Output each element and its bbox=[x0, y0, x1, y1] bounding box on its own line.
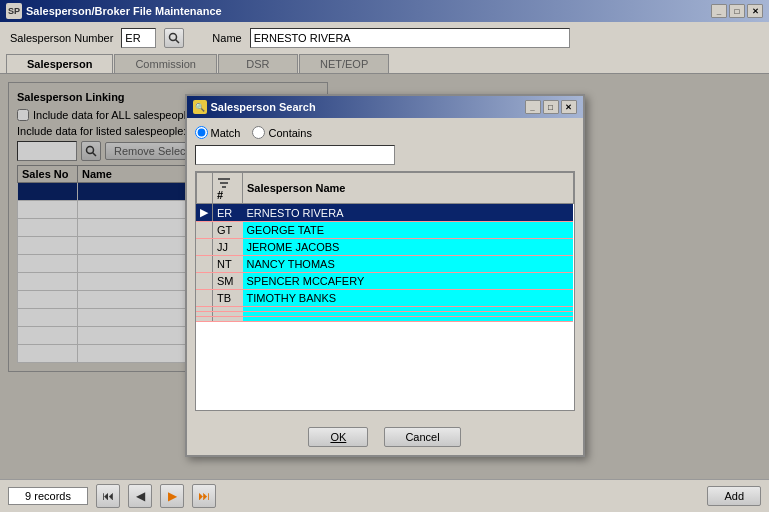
tab-neteop[interactable]: NET/EOP bbox=[299, 54, 389, 73]
row-indicator bbox=[196, 222, 213, 239]
row-name: JEROME JACOBS bbox=[243, 239, 574, 256]
row-indicator bbox=[196, 273, 213, 290]
row-id bbox=[213, 317, 243, 322]
row-name: SPENCER MCCAFERY bbox=[243, 273, 574, 290]
title-bar: SP Salesperson/Broker File Maintenance _… bbox=[0, 0, 769, 22]
row-id: ER bbox=[213, 204, 243, 222]
minimize-button[interactable]: _ bbox=[711, 4, 727, 18]
col-salesperson-name: Salesperson Name bbox=[243, 173, 574, 204]
results-table: # Salesperson Name ▶ERERNESTO RIVERAGTGE… bbox=[196, 172, 574, 322]
app-icon: SP bbox=[6, 3, 22, 19]
col-indicator bbox=[196, 173, 213, 204]
next-record-button[interactable]: ▶ bbox=[160, 484, 184, 508]
tabs-container: Salesperson Commission DSR NET/EOP bbox=[0, 54, 769, 74]
tab-dsr[interactable]: DSR bbox=[218, 54, 298, 73]
row-name: TIMOTHY BANKS bbox=[243, 290, 574, 307]
tab-salesperson[interactable]: Salesperson bbox=[6, 54, 113, 73]
contains-label: Contains bbox=[268, 127, 311, 139]
dialog-maximize-button[interactable]: □ bbox=[543, 100, 559, 114]
svg-rect-4 bbox=[218, 178, 230, 180]
records-count: 9 records bbox=[8, 487, 88, 505]
content-area: Salesperson Linking Include data for ALL… bbox=[0, 74, 769, 479]
dialog-title-bar: 🔍 Salesperson Search _ □ ✕ bbox=[187, 96, 583, 118]
name-label: Name bbox=[212, 32, 241, 44]
close-button[interactable]: ✕ bbox=[747, 4, 763, 18]
radio-row: Match Contains bbox=[195, 126, 575, 139]
dialog-buttons: OK Cancel bbox=[187, 419, 583, 455]
header-area: Salesperson Number Name bbox=[0, 22, 769, 54]
ok-button[interactable]: OK bbox=[308, 427, 368, 447]
svg-point-0 bbox=[170, 34, 177, 41]
match-radio-label[interactable]: Match bbox=[195, 126, 241, 139]
dialog-search-input[interactable] bbox=[195, 145, 395, 165]
row-id: NT bbox=[213, 256, 243, 273]
bottom-bar: 9 records ⏮ ◀ ▶ ⏭ Add bbox=[0, 479, 769, 512]
match-radio[interactable] bbox=[195, 126, 208, 139]
row-indicator bbox=[196, 290, 213, 307]
app-title: Salesperson/Broker File Maintenance bbox=[26, 5, 222, 17]
svg-rect-6 bbox=[222, 186, 226, 188]
search-result-row[interactable]: SMSPENCER MCCAFERY bbox=[196, 273, 573, 290]
match-label: Match bbox=[211, 127, 241, 139]
cancel-button[interactable]: Cancel bbox=[384, 427, 460, 447]
dialog-controls: _ □ ✕ bbox=[525, 100, 577, 114]
search-result-row[interactable] bbox=[196, 317, 573, 322]
add-button[interactable]: Add bbox=[707, 486, 761, 506]
row-indicator bbox=[196, 239, 213, 256]
dialog-close-button[interactable]: ✕ bbox=[561, 100, 577, 114]
dialog-minimize-button[interactable]: _ bbox=[525, 100, 541, 114]
prev-record-button[interactable]: ◀ bbox=[128, 484, 152, 508]
search-icon bbox=[168, 32, 180, 44]
name-input[interactable] bbox=[250, 28, 570, 48]
row-id: SM bbox=[213, 273, 243, 290]
row-id: TB bbox=[213, 290, 243, 307]
dialog-icon: 🔍 bbox=[193, 100, 207, 114]
row-name: ERNESTO RIVERA bbox=[243, 204, 574, 222]
row-indicator bbox=[196, 256, 213, 273]
contains-radio[interactable] bbox=[252, 126, 265, 139]
row-indicator: ▶ bbox=[196, 204, 213, 222]
search-result-row[interactable]: ▶ERERNESTO RIVERA bbox=[196, 204, 573, 222]
svg-rect-5 bbox=[220, 182, 228, 184]
search-result-row[interactable]: TBTIMOTHY BANKS bbox=[196, 290, 573, 307]
dialog-title: Salesperson Search bbox=[211, 101, 316, 113]
tab-commission[interactable]: Commission bbox=[114, 54, 217, 73]
salesperson-number-input[interactable] bbox=[121, 28, 156, 48]
salesperson-search-button[interactable] bbox=[164, 28, 184, 48]
main-window: Salesperson Number Name Salesperson Comm… bbox=[0, 22, 769, 512]
first-record-button[interactable]: ⏮ bbox=[96, 484, 120, 508]
contains-radio-label[interactable]: Contains bbox=[252, 126, 311, 139]
svg-line-1 bbox=[176, 40, 180, 44]
last-record-button[interactable]: ⏭ bbox=[192, 484, 216, 508]
col-hash-label: # bbox=[217, 175, 231, 201]
search-result-row[interactable]: JJJEROME JACOBS bbox=[196, 239, 573, 256]
dialog-content: Match Contains bbox=[187, 118, 583, 419]
row-name: NANCY THOMAS bbox=[243, 256, 574, 273]
title-controls: _ □ ✕ bbox=[711, 4, 763, 18]
row-name: GEORGE TATE bbox=[243, 222, 574, 239]
search-input-row bbox=[195, 145, 575, 165]
row-name bbox=[243, 317, 574, 322]
filter-icon bbox=[217, 175, 231, 189]
row-id: JJ bbox=[213, 239, 243, 256]
maximize-button[interactable]: □ bbox=[729, 4, 745, 18]
salesperson-number-label: Salesperson Number bbox=[10, 32, 113, 44]
search-result-row[interactable]: GTGEORGE TATE bbox=[196, 222, 573, 239]
search-dialog: 🔍 Salesperson Search _ □ ✕ Match bbox=[185, 94, 585, 457]
search-result-row[interactable]: NTNANCY THOMAS bbox=[196, 256, 573, 273]
row-id: GT bbox=[213, 222, 243, 239]
modal-overlay: 🔍 Salesperson Search _ □ ✕ Match bbox=[0, 74, 769, 479]
row-indicator bbox=[196, 317, 213, 322]
col-hash: # bbox=[213, 173, 243, 204]
results-table-container[interactable]: # Salesperson Name ▶ERERNESTO RIVERAGTGE… bbox=[195, 171, 575, 411]
